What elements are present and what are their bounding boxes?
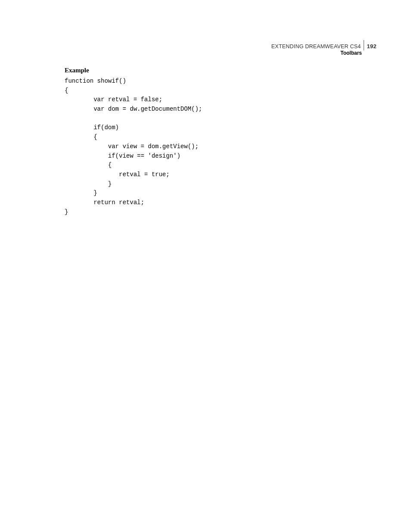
code-example: function showif() { var retval = false; … <box>65 77 377 217</box>
header-divider <box>364 40 364 50</box>
page-number: 192 <box>367 43 377 50</box>
page-content: Example function showif() { var retval =… <box>65 67 377 217</box>
section-heading: Example <box>65 67 377 74</box>
page-header: EXTENDING DREAMWEAVER CS4 192 Toolbars <box>271 38 377 56</box>
document-title: EXTENDING DREAMWEAVER CS4 <box>271 44 361 50</box>
chapter-title: Toolbars <box>271 50 377 56</box>
header-line: EXTENDING DREAMWEAVER CS4 192 <box>271 38 377 50</box>
